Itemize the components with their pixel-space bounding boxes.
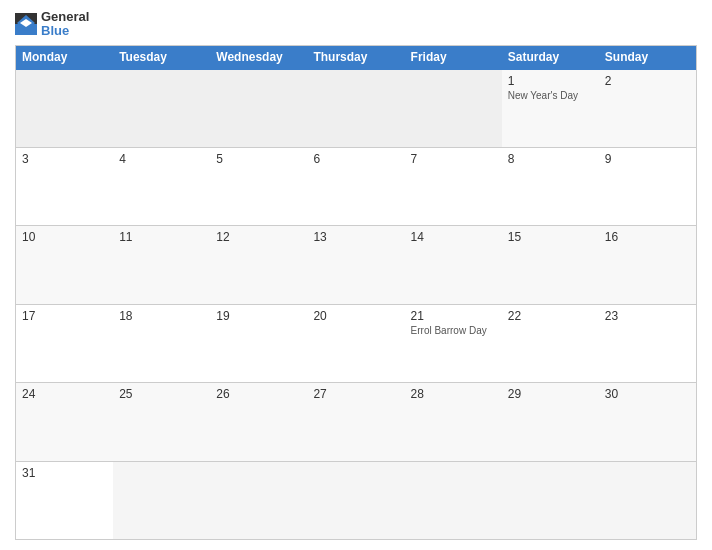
calendar-page: General Blue Monday Tuesday Wednesday Th… bbox=[0, 0, 712, 550]
day-number: 19 bbox=[216, 309, 301, 323]
day-number: 10 bbox=[22, 230, 107, 244]
day-number: 22 bbox=[508, 309, 593, 323]
logo-text: General Blue bbox=[41, 10, 89, 39]
day-cell: 4 bbox=[113, 148, 210, 225]
day-number: 13 bbox=[313, 230, 398, 244]
logo-icon bbox=[15, 13, 37, 35]
header-saturday: Saturday bbox=[502, 46, 599, 68]
day-cell: 31 bbox=[16, 462, 113, 539]
week-row-2: 3456789 bbox=[16, 147, 696, 225]
header-tuesday: Tuesday bbox=[113, 46, 210, 68]
day-cell bbox=[599, 462, 696, 539]
day-cell: 19 bbox=[210, 305, 307, 382]
event-label: Errol Barrow Day bbox=[411, 325, 496, 337]
day-cell: 20 bbox=[307, 305, 404, 382]
day-cell: 9 bbox=[599, 148, 696, 225]
day-cell: 17 bbox=[16, 305, 113, 382]
day-number: 15 bbox=[508, 230, 593, 244]
day-cell: 30 bbox=[599, 383, 696, 460]
day-cell bbox=[113, 70, 210, 147]
logo: General Blue bbox=[15, 10, 89, 39]
day-number: 25 bbox=[119, 387, 204, 401]
day-number: 21 bbox=[411, 309, 496, 323]
day-number: 1 bbox=[508, 74, 593, 88]
header-wednesday: Wednesday bbox=[210, 46, 307, 68]
day-number: 6 bbox=[313, 152, 398, 166]
day-cell: 28 bbox=[405, 383, 502, 460]
day-cell: 5 bbox=[210, 148, 307, 225]
day-cell bbox=[210, 462, 307, 539]
day-cell: 3 bbox=[16, 148, 113, 225]
day-cell bbox=[502, 462, 599, 539]
day-cell: 2 bbox=[599, 70, 696, 147]
day-cell bbox=[113, 462, 210, 539]
day-cell: 15 bbox=[502, 226, 599, 303]
day-cell: 25 bbox=[113, 383, 210, 460]
day-cell: 7 bbox=[405, 148, 502, 225]
day-cell bbox=[307, 70, 404, 147]
day-number: 18 bbox=[119, 309, 204, 323]
day-number: 28 bbox=[411, 387, 496, 401]
day-number: 4 bbox=[119, 152, 204, 166]
day-cell bbox=[307, 462, 404, 539]
day-number: 31 bbox=[22, 466, 107, 480]
week-row-1: 1New Year's Day2 bbox=[16, 68, 696, 147]
day-cell: 12 bbox=[210, 226, 307, 303]
day-number: 7 bbox=[411, 152, 496, 166]
day-cell: 27 bbox=[307, 383, 404, 460]
calendar-header: General Blue bbox=[15, 10, 697, 39]
day-cell: 14 bbox=[405, 226, 502, 303]
event-label: New Year's Day bbox=[508, 90, 593, 102]
day-cell: 21Errol Barrow Day bbox=[405, 305, 502, 382]
day-cell: 11 bbox=[113, 226, 210, 303]
header-sunday: Sunday bbox=[599, 46, 696, 68]
day-number: 8 bbox=[508, 152, 593, 166]
week-row-5: 24252627282930 bbox=[16, 382, 696, 460]
day-number: 26 bbox=[216, 387, 301, 401]
day-number: 2 bbox=[605, 74, 690, 88]
day-number: 24 bbox=[22, 387, 107, 401]
header-friday: Friday bbox=[405, 46, 502, 68]
header-monday: Monday bbox=[16, 46, 113, 68]
day-cell: 18 bbox=[113, 305, 210, 382]
day-cell: 10 bbox=[16, 226, 113, 303]
header-thursday: Thursday bbox=[307, 46, 404, 68]
day-cell: 22 bbox=[502, 305, 599, 382]
day-cell bbox=[405, 462, 502, 539]
day-number: 14 bbox=[411, 230, 496, 244]
day-headers-row: Monday Tuesday Wednesday Thursday Friday… bbox=[16, 46, 696, 68]
week-row-4: 1718192021Errol Barrow Day2223 bbox=[16, 304, 696, 382]
day-number: 3 bbox=[22, 152, 107, 166]
day-cell: 23 bbox=[599, 305, 696, 382]
day-number: 20 bbox=[313, 309, 398, 323]
day-cell bbox=[405, 70, 502, 147]
week-row-3: 10111213141516 bbox=[16, 225, 696, 303]
day-cell: 29 bbox=[502, 383, 599, 460]
day-number: 12 bbox=[216, 230, 301, 244]
day-number: 23 bbox=[605, 309, 690, 323]
day-cell bbox=[210, 70, 307, 147]
day-number: 5 bbox=[216, 152, 301, 166]
day-cell bbox=[16, 70, 113, 147]
day-cell: 26 bbox=[210, 383, 307, 460]
day-cell: 1New Year's Day bbox=[502, 70, 599, 147]
day-cell: 24 bbox=[16, 383, 113, 460]
day-number: 29 bbox=[508, 387, 593, 401]
week-row-6: 31 bbox=[16, 461, 696, 539]
calendar-grid: Monday Tuesday Wednesday Thursday Friday… bbox=[15, 45, 697, 540]
day-cell: 16 bbox=[599, 226, 696, 303]
day-number: 30 bbox=[605, 387, 690, 401]
day-number: 9 bbox=[605, 152, 690, 166]
day-cell: 6 bbox=[307, 148, 404, 225]
day-cell: 8 bbox=[502, 148, 599, 225]
day-number: 27 bbox=[313, 387, 398, 401]
day-cell: 13 bbox=[307, 226, 404, 303]
day-number: 11 bbox=[119, 230, 204, 244]
day-number: 16 bbox=[605, 230, 690, 244]
weeks-container: 1New Year's Day2345678910111213141516171… bbox=[16, 68, 696, 539]
day-number: 17 bbox=[22, 309, 107, 323]
